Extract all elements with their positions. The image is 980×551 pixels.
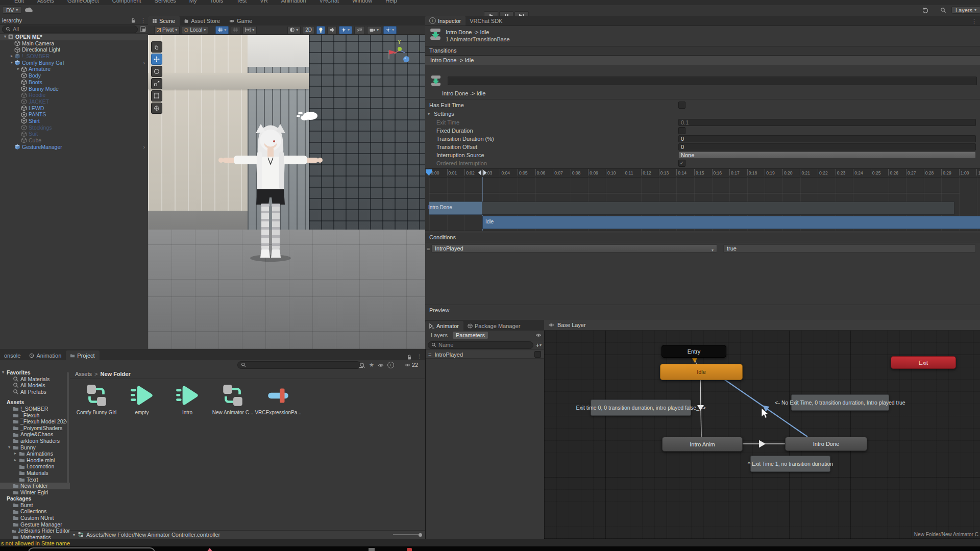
project-tree-row[interactable]: ▸ Animations (0, 450, 70, 457)
has-exit-time-checkbox[interactable] (678, 102, 685, 109)
fixed-duration-checkbox[interactable] (678, 127, 685, 134)
project-tree-row[interactable]: All Prefabs (0, 389, 70, 395)
hierarchy-row[interactable]: ▸ Armature (0, 66, 148, 72)
tab-animator[interactable]: Animator (425, 321, 463, 331)
project-tree-row[interactable]: Collections (0, 508, 70, 515)
hierarchy-row[interactable]: Stockings (0, 124, 148, 131)
kebab-menu-icon[interactable]: ⋮ (968, 17, 980, 26)
tab-vrchat-sdk[interactable]: VRChat SDK (465, 16, 507, 26)
rect-tool-button[interactable] (151, 90, 162, 102)
graph-note[interactable]: ^ Exit Time 1, no transition durration (750, 456, 830, 472)
menu-item[interactable]: Services (155, 0, 176, 4)
menu-item[interactable]: GameObject (67, 0, 99, 4)
menu-item[interactable]: Window (352, 0, 372, 4)
collapse-arrow-icon[interactable]: ▸ (14, 450, 19, 457)
project-tree-row[interactable]: Locomotion (0, 463, 70, 470)
timeline-ruler[interactable]: 0:000:010:020:030:040:050:060:070:080:09… (429, 169, 980, 178)
project-tree-row[interactable]: All Models (0, 382, 70, 389)
shading-mode-button[interactable]: ▾ (287, 26, 301, 34)
grid-snap-button[interactable]: ▾ (215, 26, 229, 34)
menu-item[interactable]: Edit (14, 0, 24, 4)
hierarchy-row[interactable]: Body (0, 72, 148, 79)
interruption-source-dropdown[interactable]: None (678, 152, 976, 159)
condition-value-field[interactable]: true (723, 244, 976, 253)
node-idle[interactable]: Idle (660, 364, 743, 380)
info-icon[interactable]: i (387, 362, 394, 368)
project-tree-row[interactable]: ▸ Hoodie mini (0, 457, 70, 464)
project-tree-row[interactable]: !_SOMBER (0, 406, 70, 412)
intro-done-clip-bar[interactable] (429, 202, 954, 215)
gizmos-dropdown-button[interactable]: ▾ (383, 26, 397, 34)
undo-history-icon[interactable] (922, 7, 928, 14)
collapse-arrow-icon[interactable]: ▸ (16, 66, 21, 72)
project-tree-row[interactable]: Winter Egirl (0, 489, 70, 496)
tab-asset-store[interactable]: Asset Store (180, 16, 225, 26)
asset-item[interactable]: Intro (167, 383, 208, 415)
prefab-chevron-icon[interactable]: › (143, 144, 145, 151)
hierarchy-row[interactable]: Boots (0, 79, 148, 86)
thumbnail-size-slider[interactable] (393, 533, 422, 537)
favorites-star-icon[interactable]: ★ (369, 362, 374, 368)
hierarchy-row[interactable]: Main Camera (0, 40, 148, 47)
settings-foldout[interactable]: ▾ Settings (425, 110, 980, 118)
collapse-arrow-icon[interactable]: ▸ (14, 457, 19, 464)
menu-item[interactable]: Help (385, 0, 397, 4)
tab-game[interactable]: Game (225, 16, 257, 26)
project-tree-row[interactable]: ▾ Favorites (0, 369, 70, 376)
hierarchy-row[interactable]: Hoodie (0, 92, 148, 98)
kebab-menu-icon[interactable]: ⋮ (140, 17, 146, 23)
hierarchy-row[interactable]: ▾ Comfy Bunny Girl › (0, 60, 148, 66)
snap-increment-button[interactable]: ▾ (242, 26, 257, 34)
graph-note[interactable]: <- No Exit Time, 0 transition durration,… (791, 394, 889, 411)
collapse-arrow-icon[interactable]: ▸ (9, 53, 14, 60)
menu-item[interactable]: Component (112, 0, 141, 4)
project-tree-row[interactable]: Angie&Chaos (0, 431, 70, 438)
menu-item[interactable]: My (189, 0, 197, 4)
drag-handle-icon[interactable]: = (427, 246, 430, 252)
project-tree-row[interactable]: Packages (0, 495, 70, 502)
eye-icon[interactable] (548, 322, 554, 328)
hierarchy-row[interactable]: GestureManager › (0, 144, 148, 151)
project-tree-row[interactable] (0, 395, 70, 399)
project-tree-row[interactable]: New Folder (0, 483, 70, 489)
menu-item[interactable]: VRChat (320, 0, 339, 4)
view-tool-button[interactable] (151, 41, 162, 53)
graph-note[interactable]: Exit time 0, 0 transition durration, int… (591, 399, 691, 416)
lighting-toggle-button[interactable] (316, 26, 325, 34)
menu-item[interactable]: VR (260, 0, 267, 4)
add-parameter-button[interactable]: +▾ (535, 341, 542, 349)
2d-toggle-button[interactable]: 2D (303, 26, 314, 34)
project-tree-row[interactable]: Custom NUnit (0, 515, 70, 521)
avatar-3d-model[interactable]: Y (148, 35, 425, 349)
kebab-menu-icon[interactable]: ⋮ (416, 354, 422, 360)
menu-item[interactable]: Tools (210, 0, 223, 4)
hierarchy-row[interactable]: LEWD (0, 105, 148, 112)
project-tree-row[interactable]: arktoon Shaders (0, 438, 70, 444)
transition-list-item[interactable]: Intro Done -> Idle (425, 56, 980, 65)
eye-icon[interactable] (535, 332, 542, 338)
hidden-packages-eye-icon[interactable] (378, 362, 384, 368)
breadcrumb-root[interactable]: Assets (75, 371, 92, 377)
rotate-tool-button[interactable] (151, 66, 162, 77)
transition-start-markers[interactable] (478, 170, 487, 176)
expand-arrow-icon[interactable]: ▾ (9, 60, 14, 66)
node-entry[interactable]: Entry (662, 345, 726, 358)
state-machine-graph[interactable]: Entry Idle Exit Intro Anim Intro Done Ex… (544, 331, 980, 539)
hierarchy-row[interactable]: Directional Light (0, 46, 148, 53)
transition-offset-field[interactable]: 0 (678, 143, 976, 151)
hierarchy-row[interactable]: ▾ OPEN ME* (0, 34, 148, 40)
menu-item[interactable]: Assets (37, 0, 54, 4)
idle-clip-bar[interactable] (482, 216, 980, 229)
project-tree-row[interactable]: Texrt (0, 477, 70, 483)
asset-item[interactable]: Comfy Bunny Girl (76, 383, 117, 415)
project-tree-row[interactable]: _Flexuh (0, 412, 70, 419)
project-tree-row[interactable]: ▾ Bunny (0, 444, 70, 451)
move-tool-button[interactable] (151, 54, 162, 65)
project-tree-row[interactable]: Materials (0, 470, 70, 477)
project-tree-row[interactable]: JetBrains Rider Editor (0, 528, 70, 534)
transition-duration-field[interactable]: 0 (678, 135, 976, 142)
search-icon[interactable] (940, 7, 946, 13)
asset-item[interactable]: VRCExpressionPa... (258, 383, 299, 415)
status-warning-text[interactable]: s not allowed in State name (0, 540, 70, 546)
tab-scene[interactable]: Scene (148, 16, 180, 26)
